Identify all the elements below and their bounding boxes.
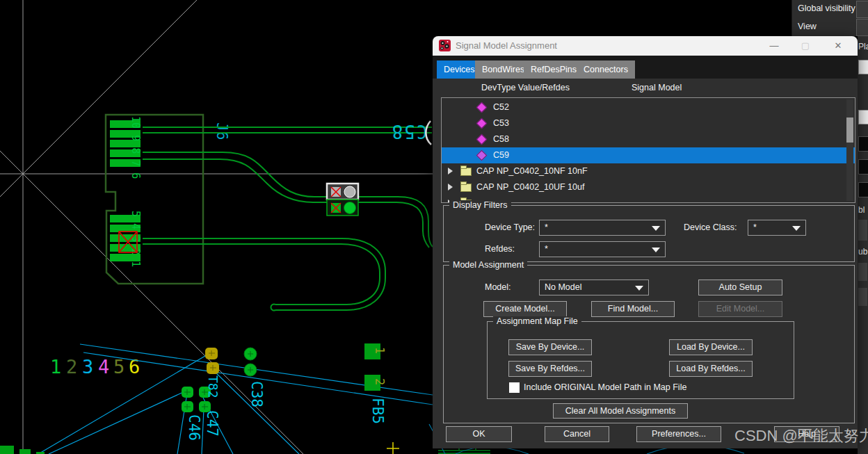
- yellow-via-cross: [387, 442, 399, 454]
- refdes-c46: C46: [186, 414, 202, 441]
- load-by-device-button[interactable]: Load By Device...: [669, 339, 753, 355]
- dialog-title: Signal Model Assignment: [456, 40, 557, 51]
- folder-icon: [460, 184, 472, 192]
- refdes-c47: C47: [204, 410, 220, 437]
- global-visibility-label[interactable]: Global visibility: [798, 3, 855, 13]
- tree-row-c53[interactable]: C53: [442, 115, 855, 131]
- view-dropdown[interactable]: [856, 19, 868, 36]
- svg-text:1: 1: [50, 356, 61, 378]
- svg-text:4: 4: [98, 356, 109, 378]
- refdes-fb5: FB5: [369, 398, 386, 424]
- tree-row-c52[interactable]: C52: [442, 99, 855, 115]
- tree-row-cap-10uf[interactable]: CAP NP_C0402_10UF 10uf: [442, 179, 855, 195]
- create-model-button[interactable]: Create Model...: [483, 301, 567, 317]
- chevron-down-icon: [635, 286, 643, 291]
- strip-swatch-dark-2[interactable]: [858, 159, 868, 175]
- refdes-label: Refdes:: [485, 244, 515, 254]
- refdes-t82: T82: [206, 375, 220, 398]
- device-type-dropdown[interactable]: *: [539, 220, 666, 236]
- include-original-label: Include ORIGINAL Model Path in Map File: [524, 382, 686, 392]
- folder-icon: [460, 168, 472, 176]
- strip-swatch-white-1[interactable]: [858, 60, 868, 74]
- expand-arrow-icon[interactable]: [448, 168, 453, 175]
- close-button[interactable]: ✕: [824, 36, 852, 56]
- include-original-checkbox[interactable]: [509, 382, 520, 393]
- tab-refdespins[interactable]: RefDesPins: [524, 60, 584, 79]
- pin-numbers-top: 10 9 8 7 6: [129, 116, 142, 179]
- ok-button[interactable]: OK: [446, 426, 512, 442]
- preferences-button[interactable]: Preferences...: [636, 426, 721, 442]
- save-by-device-button[interactable]: Save By Device...: [508, 339, 592, 355]
- auto-setup-button[interactable]: Auto Setup: [698, 279, 782, 295]
- clear-all-assignments-button[interactable]: Clear All Model Assignments: [553, 403, 688, 419]
- model-label: Model:: [485, 282, 511, 292]
- cancel-button[interactable]: Cancel: [545, 426, 609, 442]
- bottom-green-pads: [0, 446, 45, 454]
- visibility-panel: Global visibility View: [791, 0, 868, 36]
- maximize-button[interactable]: ▢: [791, 36, 819, 56]
- minimize-button[interactable]: —: [760, 36, 788, 56]
- refdes-j6: J6: [214, 122, 230, 140]
- refdes-c38: C38: [248, 381, 265, 407]
- svg-text:5: 5: [113, 356, 124, 378]
- dialog-titlebar[interactable]: Signal Model Assignment — ▢ ✕: [433, 36, 858, 56]
- component-icon: [476, 134, 488, 145]
- view-label[interactable]: View: [798, 22, 817, 31]
- tree-scrollbar[interactable]: [846, 99, 853, 201]
- device-tree[interactable]: C52 C53 C58 C59 CAP NP_C0402_10NF 10nF C…: [441, 97, 855, 203]
- col-devtype: DevType Value/Refdes: [481, 83, 570, 92]
- scrollbar-thumb[interactable]: [846, 117, 853, 143]
- strip-label-pla: Pla: [858, 42, 867, 51]
- device-class-label: Device Class:: [684, 222, 737, 232]
- strip-swatch-dark-3[interactable]: [858, 182, 868, 197]
- component-icon: [476, 102, 488, 113]
- device-class-dropdown[interactable]: *: [748, 220, 806, 236]
- tab-bondwires[interactable]: BondWires: [475, 60, 531, 79]
- strip-swatch-gray-3[interactable]: [858, 288, 867, 306]
- save-by-refdes-button[interactable]: Save By Refdes...: [508, 361, 592, 377]
- strip-swatch-dark-1[interactable]: [858, 136, 868, 152]
- load-by-refdes-button[interactable]: Load By Refdes...: [669, 361, 753, 377]
- refdes-dropdown[interactable]: *: [539, 241, 666, 257]
- column-headers: DevType Value/Refdes Signal Model: [433, 79, 858, 97]
- strip-swatch-white-2[interactable]: [858, 110, 868, 124]
- yellow-pads[interactable]: [205, 348, 219, 374]
- refdes-c58: C58: [391, 121, 428, 142]
- chevron-down-icon: [792, 226, 801, 231]
- strip-label-bl: bl: [858, 205, 867, 215]
- col-signal-model: Signal Model: [632, 83, 682, 92]
- component-icon: [476, 150, 488, 161]
- svg-text:2: 2: [66, 356, 77, 378]
- tab-connectors[interactable]: Connectors: [577, 60, 635, 79]
- app-icon: [439, 40, 451, 51]
- strip-label-ub: ub: [858, 247, 867, 257]
- chevron-down-icon: [652, 226, 660, 231]
- c38-pads[interactable]: [244, 348, 257, 376]
- watermark: CSDN @不能太努力: [734, 425, 868, 446]
- tree-row-c59-selected[interactable]: C59: [442, 147, 855, 163]
- expand-arrow-icon[interactable]: [448, 184, 453, 190]
- tab-strip: Devices BondWires RefDesPins Connectors: [433, 56, 858, 79]
- strip-swatch-gray-2[interactable]: [858, 263, 867, 281]
- screen: { "window": { "title": "Signal Model Ass…: [0, 0, 868, 454]
- fb5-pin2: 2: [373, 378, 387, 385]
- svg-text:3: 3: [82, 356, 93, 378]
- edit-model-button: Edit Model...: [698, 301, 782, 317]
- strip-swatch-gray-1[interactable]: [858, 220, 867, 241]
- tree-row-cap-10nf[interactable]: CAP NP_C0402_10NF 10nF: [442, 163, 855, 179]
- model-dropdown[interactable]: No Model: [539, 279, 649, 295]
- color-panel-strip: Pla bl ub: [858, 36, 868, 454]
- signal-model-assignment-dialog: Signal Model Assignment — ▢ ✕ Devices Bo…: [433, 36, 858, 448]
- device-type-label: Device Type:: [485, 222, 535, 232]
- global-visibility-dropdown[interactable]: [856, 1, 868, 18]
- component-icon: [476, 118, 488, 129]
- fb5-pin1: 1: [373, 347, 387, 354]
- tree-row-c58[interactable]: C58: [442, 131, 855, 147]
- find-model-button[interactable]: Find Model...: [591, 301, 675, 317]
- component-footprint-highlighted[interactable]: [327, 184, 358, 216]
- chevron-down-icon: [652, 248, 660, 252]
